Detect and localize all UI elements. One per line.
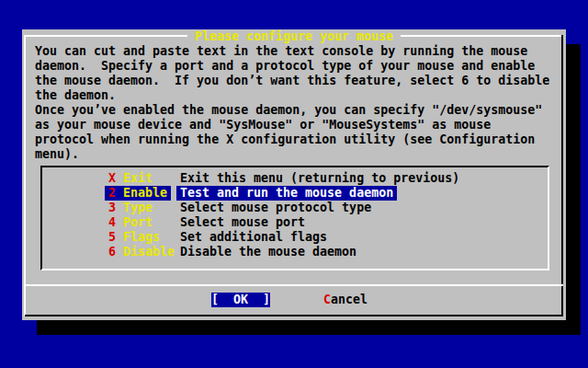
menu-item-tag: 4 Port: [108, 215, 153, 230]
menu-item-disable[interactable]: 6 DisableDisable the mouse daemon: [42, 245, 548, 259]
menu-item-tag: 5 Flags: [108, 230, 160, 245]
dialog-border-bottom: [25, 315, 563, 316]
menu-box: X ExitExit this menu (returning to previ…: [40, 166, 549, 270]
menu-item-type[interactable]: 3 TypeSelect mouse protocol type: [42, 201, 548, 215]
cancel-label-rest: ancel: [331, 293, 368, 306]
menu-item-flags[interactable]: 5 FlagsSet additional flags: [42, 230, 548, 245]
menu-item-description: Select mouse protocol type: [180, 201, 371, 215]
dialog-title: Please configure your mouse: [187, 29, 401, 44]
menu-item-tag: 6 Disable: [108, 245, 175, 259]
menu-item-description: Set additional flags: [180, 230, 327, 245]
menu-item-tag: 2 Enable: [105, 186, 171, 201]
menu-item-exit[interactable]: X ExitExit this menu (returning to previ…: [42, 171, 548, 186]
menu-item-description: Disable the mouse daemon: [180, 245, 356, 259]
button-separator: [26, 284, 563, 286]
ok-button[interactable]: [ OK ]: [211, 293, 270, 307]
menu-item-enable[interactable]: 2 EnableTest and run the mouse daemon: [42, 186, 548, 201]
cancel-hotkey-letter: C: [323, 293, 331, 306]
menu-item-tag: 3 Type: [108, 201, 153, 215]
mouse-config-dialog: Please configure your mouse You can cut …: [22, 29, 566, 320]
menu-item-description: Test and run the mouse daemon: [176, 186, 397, 201]
menu-item-port[interactable]: 4 PortSelect mouse port: [42, 215, 548, 230]
menu-item-description: Exit this menu (returning to previous): [180, 171, 459, 186]
dialog-body-text: You can cut and paste text in the text c…: [35, 44, 549, 162]
cancel-button[interactable]: Cancel: [323, 293, 368, 307]
menu-item-tag: X Exit: [108, 171, 153, 186]
dialog-border-right: [561, 35, 563, 316]
menu-item-description: Select mouse port: [180, 215, 305, 230]
dialog-border-left: [24, 35, 26, 316]
console-screen: Please configure your mouse You can cut …: [0, 0, 588, 368]
